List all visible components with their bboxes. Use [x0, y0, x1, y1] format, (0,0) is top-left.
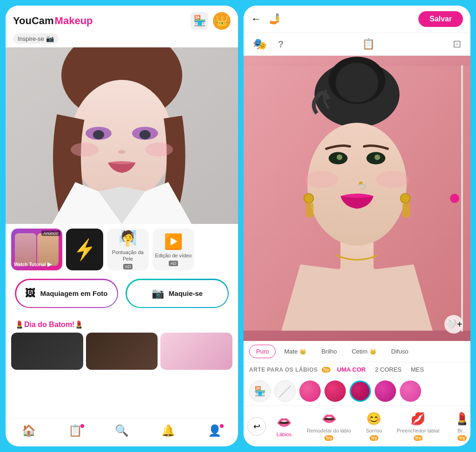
lightning-ad[interactable]: ⚡ [66, 229, 103, 270]
heart-plus-icon: 🤍+ [445, 319, 463, 330]
maquiese-btn-label: Maquie-se [169, 289, 203, 297]
tool-sorriso[interactable]: 😊 Sorriso Try [357, 409, 390, 444]
svg-point-24 [305, 171, 338, 188]
svg-point-22 [304, 194, 313, 203]
swatch-shop[interactable]: 🏪 [249, 380, 271, 402]
hero-model-svg [6, 47, 238, 224]
sorriso-icon: 😊 [366, 412, 381, 426]
nav-search[interactable]: 🔍 [115, 424, 129, 437]
lipstick-thumb-3[interactable] [160, 333, 232, 370]
edicao-ad[interactable]: ▶️ Edição de vídeo AD [152, 229, 194, 270]
tool-remodelar[interactable]: 👄 Remodelar do lábio Try [302, 409, 356, 444]
tool-br[interactable]: 💄 Br... Try [446, 409, 470, 444]
inspire-badge[interactable]: Inspire-se 📷 [13, 33, 59, 44]
bell-icon: 🔔 [161, 424, 175, 437]
hero-image [6, 47, 238, 224]
opacity-slider-thumb[interactable] [450, 194, 459, 203]
color-mode-row: ARTE PARA OS LÁBIOS Try UMA COR 2 CORES … [244, 362, 470, 377]
lipstick-thumb-2[interactable] [86, 333, 158, 370]
ad-tag-2: AD [123, 264, 133, 269]
br-try: Try [457, 435, 467, 441]
tool-labios[interactable]: 👄 Lábios [268, 413, 300, 440]
swatch-pink-4[interactable] [375, 380, 396, 402]
tool-preenchedor[interactable]: 💋 Preenchedor labial Try [392, 409, 444, 444]
nav-home[interactable]: 🏠 [22, 424, 36, 437]
swatch-none[interactable] [274, 380, 296, 402]
face-tutorial-icon[interactable]: 🎭 [253, 38, 267, 51]
tab-duas-cores[interactable]: 2 CORES [372, 365, 404, 374]
sorriso-label: Sorriso [366, 428, 382, 433]
swatch-pink-5[interactable] [400, 380, 421, 402]
video-icon: ▶️ [164, 233, 183, 250]
watch-tutorial-item[interactable]: Watch Tutorial ▶ Anúncio [11, 229, 62, 270]
watch-tutorial-label: Watch Tutorial [14, 262, 46, 267]
foto-btn-inner[interactable]: 🖼 Maquiagem em Foto [16, 280, 117, 307]
preenchedor-icon: 💋 [410, 412, 425, 426]
right-header: ← 🤳 Salvar [244, 6, 470, 33]
maquiese-btn-inner[interactable]: 📷 Maquie-se [127, 280, 228, 307]
tab-difuso[interactable]: Difuso [385, 345, 415, 358]
cetim-crown-icon: 👑 [370, 348, 377, 355]
svg-point-14 [336, 63, 378, 102]
image-icon: 🖼 [25, 288, 35, 300]
save-button[interactable]: Salvar [418, 11, 463, 27]
arte-lábios-label: ARTE PARA OS LÁBIOS [249, 367, 318, 373]
swatch-pink-1[interactable] [299, 380, 321, 402]
preenchedor-label: Preenchedor labial [397, 428, 439, 433]
tab-uma-cor[interactable]: UMA COR [334, 365, 369, 374]
favorite-button[interactable]: 🤍+ [444, 315, 463, 334]
tab-brilho-label: Brilho [321, 348, 337, 355]
crown-icon-btn[interactable]: 👑 [213, 12, 231, 30]
remodelar-label: Remodelar do lábio [307, 428, 351, 433]
svg-point-23 [401, 194, 410, 203]
help-icon[interactable]: ? [278, 39, 284, 50]
edicao-label: Edição de vídeo [155, 252, 192, 259]
tab-mate[interactable]: Mate 👑 [278, 345, 313, 358]
action-buttons: 🖼 Maquiagem em Foto 📷 Maquie-se [6, 275, 238, 315]
nav-profile[interactable]: 👤 [208, 424, 222, 437]
compare-icon[interactable]: ⊡ [453, 38, 461, 50]
nav-bell[interactable]: 🔔 [161, 424, 175, 437]
feed-dot [80, 424, 84, 428]
pontuacao-ad[interactable]: 🧖 Pontuação da Pele AD [107, 229, 149, 270]
remodelar-try: Try [324, 435, 334, 441]
shop-icon-btn[interactable]: 🏪 [191, 12, 208, 30]
remodelar-icon: 👄 [322, 412, 337, 426]
svg-point-10 [145, 143, 173, 157]
svg-point-20 [375, 154, 380, 160]
ads-row: Watch Tutorial ▶ Anúncio ⚡ 🧖 Pontuação d… [6, 224, 238, 275]
ad-tag-1: Anúncio [41, 230, 60, 236]
app-header: YouCam Makeup 🏪 👑 [6, 6, 238, 33]
face-scan-icon: 🧖 [119, 229, 137, 247]
right-header-left-icons: ← 🤳 [251, 13, 281, 25]
tab-difuso-label: Difuso [391, 348, 409, 355]
svg-point-9 [71, 143, 99, 157]
maquiese-btn-wrapper[interactable]: 📷 Maquie-se [126, 279, 229, 308]
swatch-pink-2[interactable] [324, 380, 346, 402]
foto-btn-wrapper[interactable]: 🖼 Maquiagem em Foto [15, 279, 118, 308]
right-model-image: 🤍+ [244, 56, 470, 341]
nav-feed[interactable]: 📋 [68, 424, 82, 437]
tab-cetim[interactable]: Cetim 👑 [345, 345, 383, 358]
undo-button[interactable]: ↩ [247, 417, 266, 436]
face-add-icon[interactable]: 🤳 [269, 13, 281, 25]
logo-makeup: Makeup [55, 15, 93, 27]
ad-tag-3: AD [169, 261, 178, 266]
profile-dot [220, 424, 224, 428]
app-logo: YouCam Makeup [13, 15, 93, 27]
sorriso-try: Try [370, 435, 379, 441]
color-swatches-row: 🏪 [244, 377, 470, 406]
camera-icon: 📷 [152, 288, 164, 300]
tab-brilho[interactable]: Brilho [315, 345, 343, 358]
tab-mescla[interactable]: MES [408, 365, 427, 374]
document-icon[interactable]: 📋 [362, 38, 375, 50]
back-icon[interactable]: ← [251, 13, 261, 25]
tab-puro[interactable]: Puro [249, 345, 276, 358]
lipstick-grid [6, 333, 238, 370]
lipstick-thumb-1[interactable] [11, 333, 83, 370]
arte-try-badge: Try [322, 367, 331, 373]
logo-youcam: YouCam [13, 15, 54, 27]
tab-cetim-label: Cetim [352, 348, 368, 355]
swatch-pink-3-selected[interactable] [350, 380, 371, 402]
lightning-icon: ⚡ [71, 237, 98, 262]
